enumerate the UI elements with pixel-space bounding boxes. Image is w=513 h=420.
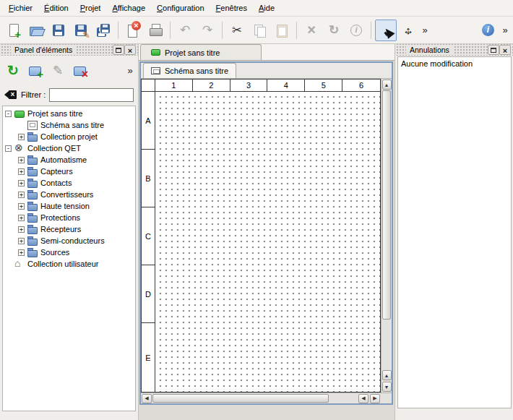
tree-item-automatisme[interactable]: + Automatisme xyxy=(3,154,135,166)
scroll-up-icon[interactable] xyxy=(382,80,392,90)
horizontal-scroll-thumb[interactable] xyxy=(152,394,329,403)
vertical-scroll-track[interactable] xyxy=(382,90,391,369)
panel-overflow-chevron-icon[interactable] xyxy=(125,61,135,80)
tree-item-collection-utilisateur[interactable]: Collection utilisateur xyxy=(3,258,135,270)
elements-panel-toolbar xyxy=(0,56,138,85)
delete-element-button[interactable] xyxy=(70,60,90,80)
about-qet-button[interactable] xyxy=(478,20,499,41)
undo-history-titlebar[interactable]: Annulations xyxy=(395,44,513,56)
info-circle-icon xyxy=(348,22,364,38)
scroll-up-icon[interactable] xyxy=(382,370,392,380)
tree-item-label: Sources xyxy=(40,248,69,257)
undo-history-float-button[interactable] xyxy=(488,45,499,55)
expander-icon[interactable]: + xyxy=(18,168,25,175)
menu-fichier[interactable]: Fichier xyxy=(3,1,38,14)
save-button[interactable] xyxy=(48,20,69,41)
open-file-button[interactable] xyxy=(25,20,47,41)
menu-configuration[interactable]: Configuration xyxy=(151,1,210,14)
close-file-button[interactable] xyxy=(122,20,144,41)
menu-projet[interactable]: Projet xyxy=(74,1,107,14)
expander-icon[interactable]: + xyxy=(18,249,25,256)
toolbar-separator xyxy=(118,22,118,39)
rotate-selection-button[interactable] xyxy=(323,20,345,41)
print-button[interactable] xyxy=(145,20,166,41)
expander-icon[interactable]: + xyxy=(18,215,25,221)
tab-projet-sans-titre[interactable]: Projet sans titre xyxy=(140,44,262,60)
menu-fenetres[interactable]: Fenêtres xyxy=(210,1,253,14)
expander-icon[interactable]: + xyxy=(18,238,25,244)
expander-icon[interactable]: + xyxy=(18,180,25,187)
scroll-left-icon[interactable] xyxy=(142,394,152,403)
new-file-button[interactable] xyxy=(3,20,25,41)
expander-icon[interactable]: + xyxy=(18,192,25,198)
save-all-button[interactable] xyxy=(92,20,114,41)
elements-panel-float-button[interactable] xyxy=(113,45,124,55)
expander-icon[interactable]: + xyxy=(18,134,25,140)
expander-icon[interactable]: + xyxy=(18,203,25,210)
tree-item-label: Collection utilisateur xyxy=(27,260,98,268)
folder-icon xyxy=(27,167,38,176)
elements-panel-close-button[interactable] xyxy=(124,45,136,55)
save-as-button[interactable] xyxy=(70,20,92,41)
menu-affichage[interactable]: Affichage xyxy=(106,1,151,14)
expander-icon[interactable]: - xyxy=(5,111,12,117)
expander-icon[interactable]: - xyxy=(5,145,12,152)
menu-edition[interactable]: Édition xyxy=(38,1,74,14)
column-header: 4 xyxy=(267,80,305,92)
cut-button[interactable] xyxy=(226,20,248,41)
copy-button[interactable] xyxy=(249,20,270,41)
main-toolbar xyxy=(0,17,513,44)
row-header: A xyxy=(142,92,155,150)
tree-item-semi-conducteurs[interactable]: + Semi-conducteurs xyxy=(3,235,135,247)
element-information-button[interactable] xyxy=(345,20,367,41)
pan-tool-button[interactable] xyxy=(397,20,419,41)
undo-button[interactable] xyxy=(174,20,196,41)
tree-item-convertisseurs[interactable]: + Convertisseurs xyxy=(3,189,135,200)
undo-history-list[interactable]: Aucune modification xyxy=(397,56,512,408)
tree-item-sources[interactable]: + Sources xyxy=(3,247,135,258)
tree-item-schema-sans-titre[interactable]: Schéma sans titre xyxy=(3,119,135,131)
folder-icon xyxy=(27,132,38,141)
delete-selection-button[interactable] xyxy=(301,20,322,41)
vertical-scroll-thumb[interactable] xyxy=(382,90,391,320)
diagram-canvas[interactable] xyxy=(155,92,380,392)
tree-item-protections[interactable]: + Protections xyxy=(3,212,135,223)
expander-icon[interactable]: + xyxy=(18,157,25,163)
filter-input[interactable] xyxy=(49,88,134,102)
project-child-window: Schéma sans titre 1 2 3 4 5 6 A B xyxy=(139,61,393,405)
undo-icon xyxy=(177,22,193,38)
undo-history-close-button[interactable] xyxy=(499,45,511,55)
horizontal-scroll-track[interactable] xyxy=(152,394,358,403)
clear-filter-icon[interactable] xyxy=(4,90,17,100)
redo-button[interactable] xyxy=(197,20,218,41)
tree-item-projet-sans-titre[interactable]: - Projet sans titre xyxy=(3,108,135,119)
tree-item-capteurs[interactable]: + Capteurs xyxy=(3,166,135,177)
tree-item-contacts[interactable]: + Contacts xyxy=(3,177,135,189)
floppy-save-all-icon xyxy=(95,22,111,38)
scroll-left-icon[interactable] xyxy=(358,394,368,403)
menu-aide[interactable]: Aide xyxy=(253,1,280,14)
edit-element-button[interactable] xyxy=(48,60,68,80)
reload-collections-button[interactable] xyxy=(3,60,23,80)
tree-item-haute-tension[interactable]: + Haute tension xyxy=(3,200,135,212)
qet-collection-icon xyxy=(14,144,25,153)
folder-icon xyxy=(27,225,38,233)
new-element-button[interactable] xyxy=(25,60,46,80)
select-tool-button[interactable] xyxy=(375,20,397,41)
horizontal-scrollbar[interactable] xyxy=(141,393,392,403)
toolbar-overflow-chevron-icon[interactable] xyxy=(420,21,430,40)
tab-schema-sans-titre[interactable]: Schéma sans titre xyxy=(143,63,236,78)
scroll-down-icon[interactable] xyxy=(382,382,392,392)
schema-tab-bar: Schéma sans titre xyxy=(141,63,392,79)
tree-item-collection-qet[interactable]: - Collection QET xyxy=(3,142,135,154)
folder-icon xyxy=(27,248,38,257)
expander-icon[interactable]: + xyxy=(18,226,25,233)
tree-item-collection-projet[interactable]: + Collection projet xyxy=(3,131,135,142)
scroll-right-icon[interactable] xyxy=(370,394,380,403)
floppy-save-as-icon xyxy=(73,22,89,38)
tree-item-recepteurs[interactable]: + Récepteurs xyxy=(3,223,135,235)
vertical-scrollbar[interactable] xyxy=(381,79,392,393)
elements-panel-titlebar[interactable]: Panel d'éléments xyxy=(0,44,138,56)
help-overflow-chevron-icon[interactable] xyxy=(500,21,510,40)
paste-button[interactable] xyxy=(271,20,293,41)
